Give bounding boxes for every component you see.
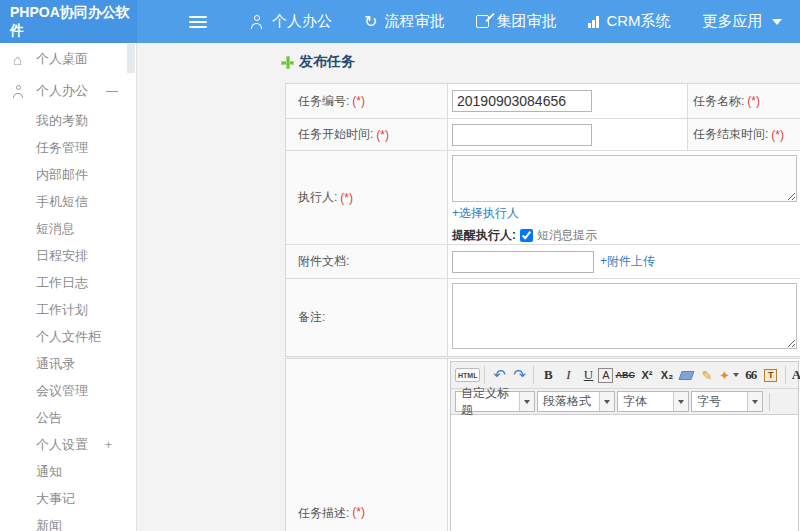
font-color-button[interactable]: A: [790, 365, 800, 385]
sidebar-item-label: 个人设置: [36, 436, 88, 454]
nav-item-label: 流程审批: [384, 12, 444, 31]
sidebar-item-file-cabinet[interactable]: 个人文件柜: [0, 323, 136, 350]
page-title: 发布任务: [281, 53, 355, 71]
required-mark: (*): [747, 94, 760, 108]
sidebar-item-label: 个人办公: [36, 82, 88, 100]
executor-label: 执行人:(*): [286, 151, 448, 244]
required-mark: (*): [771, 128, 784, 142]
quick-format-icon[interactable]: ✦: [717, 365, 741, 385]
remark-textarea[interactable]: [452, 283, 797, 349]
process-icon: ↻: [364, 14, 377, 30]
sidebar-item-personal-office[interactable]: 个人办公 —: [0, 75, 136, 107]
blockquote-button[interactable]: 66: [741, 365, 761, 385]
sidebar-item-internal-mail[interactable]: 内部邮件: [0, 161, 136, 188]
sidebar-item-personal-settings[interactable]: 个人设置 +: [0, 431, 136, 458]
start-time-cell: [448, 119, 687, 150]
nav-item-process-approval[interactable]: ↻ 流程审批: [348, 0, 460, 43]
nav-item-more-apps[interactable]: 更多应用: [687, 0, 798, 43]
nav-item-group-approval[interactable]: 集团审批: [460, 0, 572, 43]
editor-content-area[interactable]: [451, 415, 798, 531]
sms-remind-checkbox[interactable]: [520, 229, 533, 242]
task-form-table: 任务编号:(*) 任务名称:(*) 任务开始时间:(*) 任务结束时间:(*) …: [285, 83, 800, 357]
sidebar-item-label: 工作计划: [36, 301, 88, 319]
attachment-upload-link[interactable]: +附件上传: [600, 253, 655, 270]
superscript-button[interactable]: X²: [637, 365, 657, 385]
required-mark: (*): [352, 94, 365, 108]
sidebar-item-work-plan[interactable]: 工作计划: [0, 296, 136, 323]
nav-item-label: 更多应用: [703, 12, 763, 31]
attachment-label: 附件文档:: [286, 245, 448, 278]
person-icon: [13, 85, 29, 98]
attachment-cell: +附件上传: [448, 245, 800, 278]
editor-toolbar-row2: 自定义标题 段落格式 字体 字号: [451, 389, 798, 415]
nav-item-label: 个人办公: [272, 12, 332, 31]
person-icon: [251, 15, 265, 29]
table-row: 附件文档: +附件上传: [286, 245, 800, 279]
nav-menu: 个人办公 ↻ 流程审批 集团审批 CRM系统 更多应用: [235, 0, 798, 43]
sidebar-item-sms[interactable]: 手机短信: [0, 188, 136, 215]
sidebar-item-task-management[interactable]: 任务管理: [0, 134, 136, 161]
sidebar-item-meeting[interactable]: 会议管理: [0, 377, 136, 404]
font-family-dropdown[interactable]: 字体: [617, 391, 689, 412]
toolbar-divider: [484, 366, 485, 384]
menu-toggle-icon[interactable]: [189, 0, 207, 43]
task-number-label: 任务编号:(*): [286, 84, 448, 118]
paragraph-format-dropdown[interactable]: 段落格式: [537, 391, 615, 412]
html-source-button[interactable]: HTML: [455, 368, 480, 382]
collapse-icon[interactable]: —: [106, 84, 118, 98]
sidebar-item-label: 个人桌面: [36, 50, 88, 68]
description-label: 任务描述:(*): [298, 505, 365, 522]
sidebar-item-schedule[interactable]: 日程安排: [0, 242, 136, 269]
nav-item-personal-office[interactable]: 个人办公: [235, 0, 348, 43]
remark-label: 备注:: [286, 279, 448, 356]
sidebar-scrollbar-thumb[interactable]: [127, 44, 135, 73]
format-brush-icon[interactable]: ✎: [697, 365, 717, 385]
choose-executor-link[interactable]: +选择执行人: [452, 205, 519, 222]
sidebar-item-notice[interactable]: 通知: [0, 458, 136, 485]
sidebar-item-label: 公告: [36, 409, 62, 427]
bar-chart-icon: [588, 16, 599, 28]
task-number-input[interactable]: [452, 90, 592, 112]
expand-icon[interactable]: +: [105, 438, 112, 452]
attachment-input[interactable]: [452, 251, 594, 273]
toolbar-divider: [769, 393, 770, 411]
executor-textarea[interactable]: [452, 155, 797, 202]
underline-button[interactable]: U: [578, 365, 598, 385]
table-row: 执行人:(*) +选择执行人 提醒执行人: 短消息提示: [286, 151, 800, 245]
start-time-input[interactable]: [452, 124, 592, 146]
home-icon: ⌂: [13, 52, 29, 67]
sidebar-item-contacts[interactable]: 通讯录: [0, 350, 136, 377]
custom-title-dropdown[interactable]: 自定义标题: [455, 391, 535, 412]
italic-button[interactable]: I: [558, 365, 578, 385]
sidebar-item-desktop[interactable]: ⌂ 个人桌面: [0, 43, 136, 75]
rich-text-editor: HTML ↶ ↷ B I U A ABC X² X₂ ✎: [450, 361, 799, 531]
nav-item-crm[interactable]: CRM系统: [572, 0, 686, 43]
sidebar-item-news[interactable]: 新闻: [0, 512, 136, 531]
sidebar-item-attendance[interactable]: 我的考勤: [0, 107, 136, 134]
bold-button[interactable]: B: [538, 365, 558, 385]
sidebar-item-label: 日程安排: [36, 247, 88, 265]
description-label-cell: 任务描述:(*): [286, 359, 448, 531]
undo-icon[interactable]: ↶: [489, 365, 509, 385]
subscript-button[interactable]: X₂: [657, 365, 677, 385]
sidebar-item-work-log[interactable]: 工作日志: [0, 269, 136, 296]
paste-as-text-icon[interactable]: T: [761, 365, 781, 385]
sidebar: ⌂ 个人桌面 个人办公 — 我的考勤 任务管理 内部邮件 手机短信 短消息 日程…: [0, 43, 137, 531]
redo-icon[interactable]: ↷: [509, 365, 529, 385]
start-time-label: 任务开始时间:(*): [286, 119, 448, 150]
remove-format-icon[interactable]: [677, 365, 697, 385]
strikethrough-button[interactable]: ABC: [613, 365, 637, 385]
executor-cell: +选择执行人 提醒执行人: 短消息提示: [448, 151, 800, 244]
sidebar-item-label: 个人文件柜: [36, 328, 101, 346]
text-border-button[interactable]: A: [598, 368, 613, 383]
toolbar-divider: [533, 366, 534, 384]
sidebar-item-announcement[interactable]: 公告: [0, 404, 136, 431]
chevron-down-icon: [519, 392, 534, 411]
required-mark: (*): [376, 128, 389, 142]
chevron-down-icon: [772, 19, 782, 25]
font-size-dropdown[interactable]: 字号: [691, 391, 763, 412]
toolbar-divider: [785, 366, 786, 384]
sidebar-item-events[interactable]: 大事记: [0, 485, 136, 512]
sidebar-item-short-message[interactable]: 短消息: [0, 215, 136, 242]
add-icon: [281, 56, 294, 69]
